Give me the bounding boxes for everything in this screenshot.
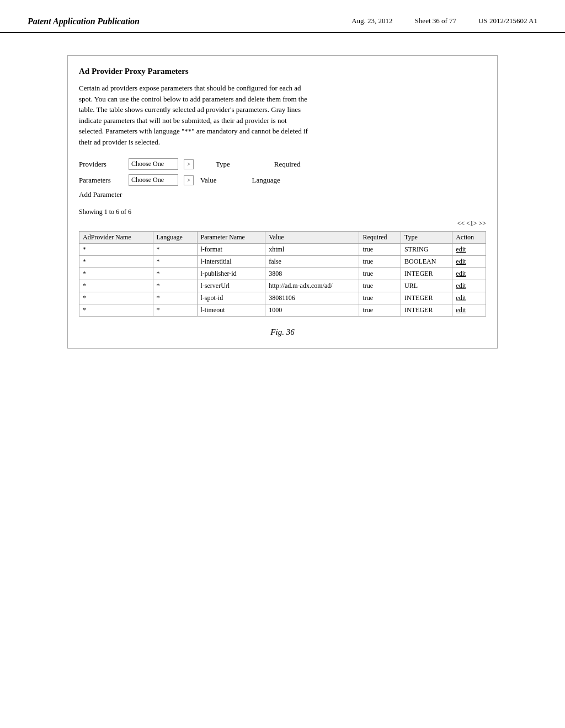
- table-cell: l-spot-id: [197, 292, 265, 304]
- col-header-language: Language: [153, 232, 197, 244]
- table-cell: l-interstitial: [197, 256, 265, 268]
- table-header-row: AdProvider Name Language Parameter Name …: [79, 232, 486, 244]
- parameters-row: Parameters Choose One > Value Language: [79, 174, 486, 186]
- col-header-action: Action: [452, 232, 486, 244]
- header-right: Aug. 23, 2012 Sheet 36 of 77 US 2012/215…: [351, 17, 537, 25]
- edit-link[interactable]: edit: [456, 282, 466, 290]
- description-text: Certain ad providers expose parameters t…: [79, 83, 311, 147]
- table-cell[interactable]: edit: [452, 268, 486, 280]
- add-parameter-row: Add Parameter: [79, 190, 486, 199]
- table-cell: *: [153, 304, 197, 317]
- col-header-value: Value: [265, 232, 359, 244]
- table-cell: BOOLEAN: [401, 256, 452, 268]
- table-row: **l-serverUrlhttp://ad.m-adx.com/ad/true…: [79, 280, 486, 292]
- table-cell: STRING: [401, 244, 452, 256]
- table-cell: *: [153, 292, 197, 304]
- table-row: **l-publisher-id3808trueINTEGERedit: [79, 268, 486, 280]
- table-cell: true: [359, 304, 401, 317]
- parameters-control-group: Choose One > Value Language: [129, 174, 280, 186]
- edit-link[interactable]: edit: [456, 245, 466, 253]
- table-cell: *: [153, 256, 197, 268]
- providers-arrow-btn[interactable]: >: [184, 159, 194, 169]
- table-cell: true: [359, 268, 401, 280]
- table-cell: *: [153, 268, 197, 280]
- table-cell: xhtml: [265, 244, 359, 256]
- table-row: **l-interstitialfalsetrueBOOLEANedit: [79, 256, 486, 268]
- table-cell: *: [79, 280, 153, 292]
- edit-link[interactable]: edit: [456, 306, 466, 314]
- showing-text: Showing 1 to 6 of 6: [79, 208, 486, 216]
- table-cell: INTEGER: [401, 304, 452, 317]
- table-cell: *: [79, 268, 153, 280]
- add-parameter-label: Add Parameter: [79, 190, 122, 199]
- parameters-arrow-btn[interactable]: >: [184, 175, 194, 185]
- pagination-text: << <1> >>: [457, 220, 486, 228]
- providers-select[interactable]: Choose One: [129, 158, 178, 170]
- patent-number: US 2012/215602 A1: [478, 17, 537, 25]
- table-cell: l-publisher-id: [197, 268, 265, 280]
- table-cell: 3808: [265, 268, 359, 280]
- publication-date: Aug. 23, 2012: [351, 17, 392, 25]
- pagination-row: << <1> >>: [79, 220, 486, 228]
- table-cell: *: [79, 256, 153, 268]
- col-header-required: Required: [359, 232, 401, 244]
- language-label: Language: [252, 176, 280, 185]
- sheet-info: Sheet 36 of 77: [415, 17, 456, 25]
- col-header-type: Type: [401, 232, 452, 244]
- edit-link[interactable]: edit: [456, 270, 466, 277]
- table-cell: true: [359, 256, 401, 268]
- table-cell: l-serverUrl: [197, 280, 265, 292]
- table-cell: 1000: [265, 304, 359, 317]
- required-col-header: Required: [274, 160, 301, 169]
- table-cell: *: [79, 304, 153, 317]
- table-row: **l-spot-id38081106trueINTEGERedit: [79, 292, 486, 304]
- section-title: Ad Provider Proxy Parameters: [79, 67, 486, 76]
- table-cell: false: [265, 256, 359, 268]
- data-table: AdProvider Name Language Parameter Name …: [79, 231, 486, 317]
- edit-link[interactable]: edit: [456, 258, 466, 265]
- table-cell: *: [79, 292, 153, 304]
- table-cell: true: [359, 292, 401, 304]
- table-cell: INTEGER: [401, 268, 452, 280]
- table-cell[interactable]: edit: [452, 292, 486, 304]
- table-row: **l-formatxhtmltrueSTRINGedit: [79, 244, 486, 256]
- table-cell: URL: [401, 280, 452, 292]
- table-cell: *: [153, 244, 197, 256]
- value-label: Value: [200, 176, 217, 185]
- table-cell: http://ad.m-adx.com/ad/: [265, 280, 359, 292]
- providers-row: Providers Choose One > Type Required: [79, 158, 486, 170]
- type-col-header: Type: [216, 160, 230, 169]
- table-cell[interactable]: edit: [452, 304, 486, 317]
- main-box: Ad Provider Proxy Parameters Certain ad …: [67, 55, 498, 349]
- col-header-parameter-name: Parameter Name: [197, 232, 265, 244]
- table-row: **l-timeout1000trueINTEGERedit: [79, 304, 486, 317]
- fig-label: Fig. 36: [79, 328, 486, 337]
- table-cell: INTEGER: [401, 292, 452, 304]
- table-cell: true: [359, 244, 401, 256]
- parameters-label: Parameters: [79, 176, 129, 185]
- page-content: Ad Provider Proxy Parameters Certain ad …: [0, 33, 565, 371]
- table-cell[interactable]: edit: [452, 256, 486, 268]
- table-cell: *: [153, 280, 197, 292]
- table-cell[interactable]: edit: [452, 280, 486, 292]
- table-cell[interactable]: edit: [452, 244, 486, 256]
- providers-control-group: Choose One >: [129, 158, 194, 170]
- table-cell: l-timeout: [197, 304, 265, 317]
- table-cell: l-format: [197, 244, 265, 256]
- parameters-select[interactable]: Choose One: [129, 174, 178, 186]
- providers-label: Providers: [79, 160, 129, 169]
- edit-link[interactable]: edit: [456, 294, 466, 302]
- page-header: Patent Application Publication Aug. 23, …: [0, 0, 565, 33]
- col-header-adprovider: AdProvider Name: [79, 232, 153, 244]
- table-cell: *: [79, 244, 153, 256]
- table-cell: true: [359, 280, 401, 292]
- col-headers: Type Required: [216, 160, 300, 169]
- table-cell: 38081106: [265, 292, 359, 304]
- header-meta: Aug. 23, 2012 Sheet 36 of 77 US 2012/215…: [351, 17, 537, 25]
- publication-title: Patent Application Publication: [28, 17, 140, 26]
